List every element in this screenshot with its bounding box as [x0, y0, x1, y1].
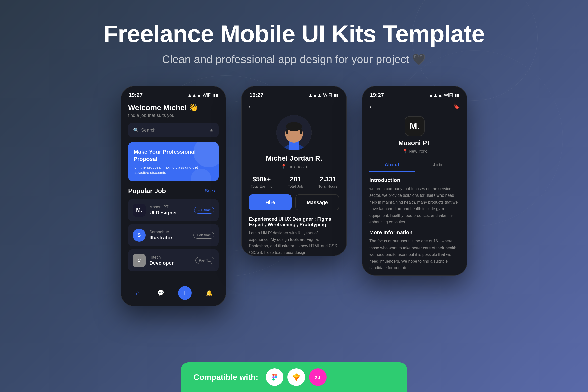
- stats-row: $50k+ Total Earning 201 Total Job 2.331 …: [242, 175, 346, 194]
- bottom-nav: ⌂ 💬 + 🔔: [121, 282, 226, 306]
- time-1: 19:27: [129, 92, 143, 99]
- job-item-1[interactable]: S Saranghue Illustrator Part time: [128, 224, 219, 246]
- search-bar[interactable]: 🔍 Search ⊞: [128, 123, 219, 137]
- job-title-2: Developer: [149, 260, 192, 266]
- figma-icon: [266, 368, 283, 386]
- job-badge-0: Full time: [194, 207, 214, 214]
- search-text: Search: [141, 128, 156, 133]
- stat-divider-1: [280, 175, 280, 188]
- welcome-text: Welcome Michel 👋: [128, 103, 219, 112]
- profile-avatar: [276, 115, 312, 150]
- phone-company: 19:27 ▲▲▲ WiFi ▮▮ ‹ 🔖 M. Masoni PT 📍: [362, 86, 467, 276]
- phone1-screen: 19:27 ▲▲▲ WiFi ▮▮ Welcome Michel 👋 find …: [121, 86, 226, 306]
- job-item-2[interactable]: C Hitech Developer Part T...: [128, 249, 219, 271]
- status-icons-1: ▲▲▲ WiFi ▮▮: [188, 92, 218, 98]
- time-2: 19:27: [249, 92, 263, 99]
- phone3-content: ‹ 🔖 M. Masoni PT 📍 New York About Job: [362, 101, 467, 275]
- job-badge-1: Part time: [193, 232, 214, 239]
- action-buttons: Hire Massage: [242, 194, 346, 216]
- job-info-1: Saranghue Illustrator: [149, 230, 190, 241]
- bell-nav-icon[interactable]: 🔔: [204, 287, 215, 299]
- banner-title: Make Your Professional Proposal: [134, 148, 213, 163]
- status-icons-3: ▲▲▲ WiFi ▮▮: [429, 92, 459, 98]
- job-title-0: UI Designer: [149, 210, 191, 216]
- status-bar-3: 19:27 ▲▲▲ WiFi ▮▮: [362, 86, 467, 101]
- more-info-title: More Information: [369, 229, 460, 235]
- intro-title: Introduction: [369, 177, 460, 183]
- stat-hours-label: Total Hours: [318, 184, 337, 188]
- stat-hours: 2.331 Total Hours: [318, 175, 337, 188]
- intro-section: Introduction we are a company that focus…: [362, 177, 467, 229]
- company-logo: M.: [405, 116, 425, 136]
- company-location: 📍 New York: [403, 149, 427, 154]
- status-bar-1: 19:27 ▲▲▲ WiFi ▮▮: [121, 86, 226, 101]
- message-button[interactable]: Massage: [295, 194, 339, 210]
- job-company-1: Saranghue: [149, 230, 190, 234]
- tab-about[interactable]: About: [369, 162, 415, 172]
- battery-icon-3: ▮▮: [454, 92, 459, 98]
- back-button-3[interactable]: ‹: [369, 103, 371, 110]
- svg-rect-5: [286, 129, 288, 134]
- see-all-link[interactable]: See all: [205, 188, 219, 194]
- location-pin-icon-3: 📍: [403, 149, 408, 154]
- phone-home: 19:27 ▲▲▲ WiFi ▮▮ Welcome Michel 👋 find …: [121, 86, 226, 306]
- more-info-section: More Information The focus of our users …: [362, 229, 467, 275]
- compat-label: Compatible with:: [193, 373, 258, 382]
- wifi-icon-2: WiFi: [323, 93, 332, 98]
- tab-job[interactable]: Job: [415, 162, 460, 172]
- stat-jobs: 201 Total Job: [288, 175, 303, 188]
- phone3-topbar: ‹ 🔖: [362, 101, 467, 110]
- add-nav-button[interactable]: +: [178, 286, 192, 300]
- popular-jobs-header: Popular Job See all: [128, 187, 219, 195]
- banner-card[interactable]: Make Your Professional Proposal join the…: [128, 142, 219, 181]
- svg-point-11: [275, 376, 277, 378]
- job-title-1: Illustrator: [149, 235, 190, 241]
- signal-icon-3: ▲▲▲: [429, 93, 442, 98]
- back-row-2: ‹: [242, 101, 346, 110]
- svg-rect-10: [272, 378, 275, 381]
- phone1-content: Welcome Michel 👋 find a job that suits y…: [121, 101, 226, 282]
- page-subtitle: Clean and professional app design for yo…: [103, 53, 485, 66]
- phone-profile: 19:27 ▲▲▲ WiFi ▮▮ ‹: [241, 86, 347, 256]
- phone2-content: ‹: [242, 101, 346, 256]
- job-info-0: Masoni PT UI Designer: [149, 205, 191, 216]
- job-item-0[interactable]: M. Masoni PT UI Designer Full time: [128, 199, 219, 221]
- location-pin-icon: 📍: [281, 164, 286, 169]
- search-left: 🔍 Search: [133, 127, 156, 133]
- stat-jobs-value: 201: [288, 175, 303, 183]
- back-button-2[interactable]: ‹: [249, 103, 251, 110]
- phone3-screen: 19:27 ▲▲▲ WiFi ▮▮ ‹ 🔖 M. Masoni PT 📍: [362, 86, 467, 275]
- signal-icon-2: ▲▲▲: [308, 93, 322, 98]
- job-info-2: Hitech Developer: [149, 255, 192, 266]
- chat-nav-icon[interactable]: 💬: [155, 287, 166, 299]
- search-icon: 🔍: [133, 127, 139, 133]
- stat-earning: $50k+ Total Earning: [251, 175, 273, 188]
- stat-earning-value: $50k+: [251, 175, 273, 183]
- home-nav-icon[interactable]: ⌂: [132, 287, 143, 299]
- job-desc-text: I am a UI/UX designer with 6+ years of e…: [242, 230, 346, 256]
- stat-earning-label: Total Earning: [251, 184, 273, 188]
- job-company-0: Masoni PT: [149, 205, 191, 209]
- svg-rect-9: [272, 376, 275, 378]
- job-logo-2: C: [133, 254, 146, 267]
- svg-rect-7: [272, 374, 275, 376]
- company-name: Masoni PT: [398, 139, 431, 147]
- phone2-screen: 19:27 ▲▲▲ WiFi ▮▮ ‹: [242, 86, 346, 256]
- hire-button[interactable]: Hire: [249, 194, 292, 210]
- location-text: Indonesia: [287, 164, 307, 169]
- location-text-3: New York: [409, 149, 427, 154]
- more-info-text: The focus of our users is the age of 16+…: [369, 238, 460, 271]
- battery-icon: ▮▮: [213, 92, 218, 98]
- status-icons-2: ▲▲▲ WiFi ▮▮: [308, 92, 339, 98]
- stat-hours-value: 2.331: [318, 175, 337, 183]
- sketch-icon: [287, 368, 305, 386]
- job-logo-1: S: [133, 229, 146, 242]
- phones-container: 19:27 ▲▲▲ WiFi ▮▮ Welcome Michel 👋 find …: [121, 86, 467, 306]
- wifi-icon: WiFi: [203, 93, 212, 98]
- bookmark-icon[interactable]: 🔖: [453, 103, 460, 110]
- filter-button[interactable]: ⊞: [209, 127, 214, 133]
- battery-icon-2: ▮▮: [334, 92, 339, 98]
- job-company-2: Hitech: [149, 255, 192, 260]
- tabs-row: About Job: [362, 158, 467, 172]
- time-3: 19:27: [370, 92, 384, 99]
